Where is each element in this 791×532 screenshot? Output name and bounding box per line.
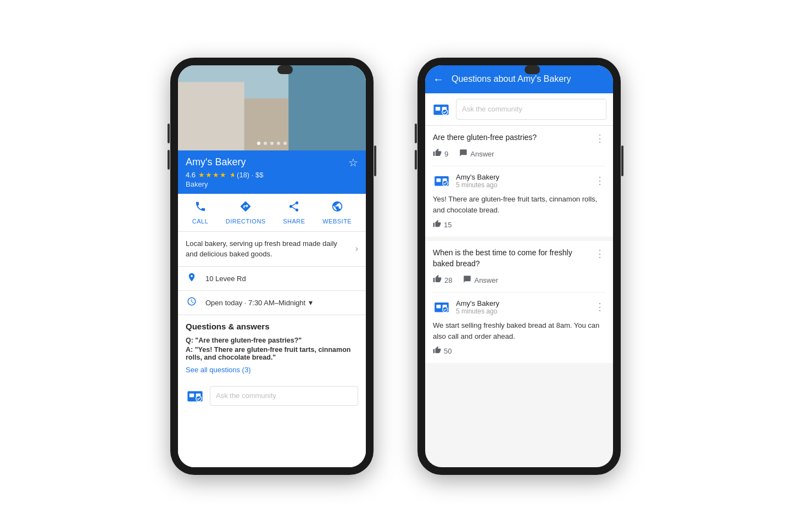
hours-row: Open today · 7:30 AM–Midnight ▾ [178,291,366,315]
see-all-questions-link[interactable]: See all questions (3) [186,366,358,374]
screen2-business-icon [432,100,450,119]
website-icon [331,200,343,216]
question-2-text: When is the best time to come for freshl… [433,248,595,269]
qa-card-2-header: When is the best time to come for freshl… [433,248,605,275]
answer-1-biz-icon [433,172,450,189]
svg-rect-13 [436,305,441,308]
answer-2-menu-icon[interactable]: ⋮ [595,301,605,313]
question-2-like-count: 28 [444,276,452,284]
phone-buttons-left-1 [168,124,170,170]
question-1-answer-label: Answer [470,150,494,158]
question-2-like-row: 28 [433,275,452,285]
answer-1-like-row: 15 [433,220,605,230]
qa-card-1: Are there gluten-free pastries? ⋮ 9 [425,126,613,237]
power-button-1 [374,145,376,176]
share-icon [288,200,300,216]
answer-2-time: 5 minutes ago [456,307,499,315]
answer-2-text: We start selling freshly baked bread at … [433,320,605,341]
business-header-top: Amy's Bakery ☆ [186,156,358,169]
header-image-overlay [178,65,366,150]
qa-card-1-header: Are there gluten-free pastries? ⋮ [433,132,605,149]
website-button[interactable]: WEBSITE [322,200,352,225]
favorite-icon[interactable]: ☆ [348,156,358,169]
screen2-ask-placeholder: Ask the community [462,105,522,113]
directions-button[interactable]: DIRECTIONS [226,200,266,225]
question-2-chat-icon [463,275,471,285]
answer-2-biz-icon [433,298,450,316]
description-text: Local bakery, serving up fresh bread mad… [186,238,351,260]
question-2-answer-label: Answer [474,276,498,284]
question-1-text: Are there gluten-free pastries? [433,132,537,143]
answer-1-time: 5 minutes ago [456,181,499,189]
carousel-dot-4 [277,142,280,145]
volume-up-button-2 [415,124,417,143]
call-icon [194,200,207,216]
volume-down-button-2 [415,150,417,170]
ask-placeholder: Ask the community [216,391,276,400]
business-icon [186,387,204,405]
answer-2-like-count: 50 [444,347,452,355]
answer-block-2: Amy's Bakery 5 minutes ago ⋮ We start se… [433,292,605,356]
ask-community-input[interactable]: Ask the community [210,386,358,406]
questions-scroll[interactable]: Are there gluten-free pastries? ⋮ 9 [425,126,613,467]
qa-section: Questions & answers Q: "Are there gluten… [178,315,366,467]
question-1-like-count: 9 [444,150,448,158]
business-category: Bakery [186,180,358,188]
chevron-right-icon[interactable]: › [355,244,358,254]
answer-2-like-row: 50 [433,346,605,356]
answer-2-author-name: Amy's Bakery [456,299,499,307]
question-1-chat-icon [459,149,467,159]
screen2-ask-input[interactable]: Ask the community [456,99,606,120]
power-button-2 [621,145,623,176]
carousel-dot-1 [257,142,260,145]
qa-card-2: When is the best time to come for freshl… [425,241,613,363]
phone-2: ← Questions about Amy's Bakery Ask the c… [417,58,621,475]
qa-title: Questions & answers [186,322,358,331]
description-row: Local bakery, serving up fresh bread mad… [186,238,358,260]
location-icon [186,272,198,285]
hours-dropdown-icon[interactable]: ▾ [309,298,313,307]
carousel-dot-5 [283,142,287,145]
answer-2-thumb-icon[interactable] [433,346,441,356]
svg-rect-5 [436,107,441,110]
share-button[interactable]: SHARE [283,200,305,225]
carousel-dot-3 [270,142,274,145]
screen1-content: Amy's Bakery ☆ 4.6 ★★★★★ (18) · $$ Baker… [178,65,366,467]
question-1-answer-btn[interactable]: Answer [459,149,494,159]
svg-rect-9 [436,178,441,182]
action-buttons: CALL DIRECTIONS SHARE [178,194,366,232]
answer-1-thumb-icon[interactable] [433,220,441,230]
answer-1-author-name: Amy's Bakery [456,173,499,181]
address-row: 10 Levee Rd [178,267,366,291]
answer-1-author-row: Amy's Bakery 5 minutes ago ⋮ [433,172,605,189]
hours-text: Open today · 7:30 AM–Midnight [205,299,305,307]
question-2-menu-icon[interactable]: ⋮ [595,248,605,260]
answer-2-author-info: Amy's Bakery 5 minutes ago [433,298,499,316]
phone-2-screen: ← Questions about Amy's Bakery Ask the c… [425,65,613,467]
answer-1-author-details: Amy's Bakery 5 minutes ago [456,173,499,189]
website-label: WEBSITE [322,218,352,225]
back-arrow-icon[interactable]: ← [433,73,444,86]
answer-1-menu-icon[interactable]: ⋮ [595,175,605,187]
question-2-thumb-icon[interactable] [433,275,442,285]
question-2-answer-btn[interactable]: Answer [463,275,498,285]
bakery-header-image [178,65,366,150]
rating-row: 4.6 ★★★★★ (18) · $$ [186,171,358,179]
rating-number: 4.6 [186,171,196,179]
question-1-menu-icon[interactable]: ⋮ [595,132,605,144]
description-section: Local bakery, serving up fresh bread mad… [178,232,366,267]
screen2-ask-row: Ask the community [425,93,613,126]
qa-question-text: Q: "Are there gluten-free pastries?" [186,337,358,344]
scene: Amy's Bakery ☆ 4.6 ★★★★★ (18) · $$ Baker… [0,0,791,532]
star-half: ★ [230,171,234,179]
answer-2-author-details: Amy's Bakery 5 minutes ago [456,299,499,315]
question-2-actions: 28 Answer [433,275,605,285]
question-1-thumb-icon[interactable] [433,148,442,159]
call-button[interactable]: CALL [192,200,209,225]
svg-rect-1 [190,393,194,397]
ask-community-row: Ask the community [186,382,358,410]
qa-question-item: Q: "Are there gluten-free pastries?" A: … [186,337,358,361]
share-label: SHARE [283,218,305,225]
stars-full: ★★★★ [198,171,227,179]
business-name: Amy's Bakery [186,156,246,168]
